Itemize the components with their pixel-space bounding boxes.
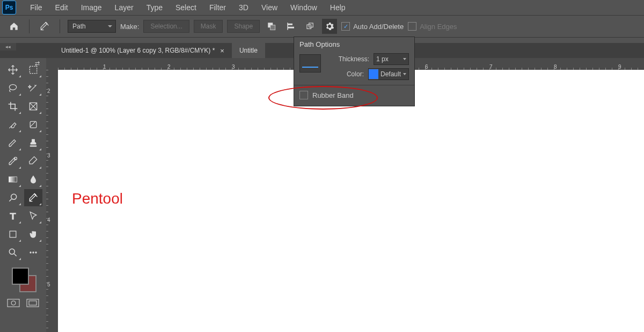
shape-tool[interactable]	[4, 226, 22, 243]
svg-rect-19	[8, 299, 19, 307]
pen-tool[interactable]	[24, 189, 42, 206]
canvas[interactable]: Pentool	[58, 70, 644, 332]
eyedropper-tool[interactable]	[4, 116, 22, 133]
path-alignment-icon[interactable]	[283, 19, 298, 34]
options-bar: Path Make: Selection... Mask Shape Auto …	[0, 15, 644, 38]
path-options-popover: Path Options Thickness: 1 px Color: Defa…	[294, 37, 415, 106]
foreground-color-swatch[interactable]	[12, 268, 29, 285]
hand-tool[interactable]	[24, 226, 42, 243]
svg-point-17	[32, 251, 34, 253]
svg-point-13	[11, 194, 17, 199]
svg-point-15	[9, 249, 14, 254]
svg-rect-10	[30, 121, 36, 128]
thickness-label: Thickness:	[339, 55, 369, 63]
align-edges-label: Align Edges	[420, 23, 457, 31]
rubber-band-label: Rubber Band	[312, 91, 354, 99]
menu-type[interactable]: Type	[140, 0, 169, 15]
vertical-ruler[interactable]: 2 3 4 5	[46, 70, 58, 332]
close-icon[interactable]: ×	[220, 47, 224, 55]
menu-window[interactable]: Window	[284, 0, 324, 15]
svg-rect-3	[288, 27, 294, 28]
history-brush-tool[interactable]	[4, 153, 22, 170]
make-mask-button[interactable]: Mask	[194, 20, 223, 33]
color-label: Color:	[347, 70, 364, 78]
toolbox: ⇄	[0, 58, 47, 332]
magic-wand-tool[interactable]	[24, 80, 42, 97]
svg-point-8	[9, 84, 16, 90]
eraser-tool[interactable]	[24, 153, 42, 170]
document-tab[interactable]: Untitled-1 @ 100% (Layer 6 copy 3, RGB/8…	[54, 43, 232, 58]
checkbox-icon	[299, 91, 308, 99]
svg-rect-22	[29, 301, 36, 305]
tool-mode-dropdown[interactable]: Path	[68, 20, 116, 33]
menu-help[interactable]: Help	[324, 0, 352, 15]
auto-add-delete-label: Auto Add/Delete	[353, 23, 404, 31]
auto-add-delete-checkbox[interactable]: Auto Add/Delete	[341, 22, 404, 31]
svg-rect-12	[9, 177, 17, 182]
popover-title: Path Options	[294, 37, 414, 52]
menu-3d[interactable]: 3D	[232, 0, 255, 15]
svg-point-18	[35, 251, 36, 253]
zoom-tool[interactable]	[4, 244, 22, 261]
separator	[294, 85, 414, 85]
panel-collapse-icon[interactable]: ◂◂	[0, 43, 16, 50]
canvas-annotation-text: Pentool	[72, 190, 123, 207]
menu-bar: Ps File Edit Image Layer Type Select Fil…	[0, 0, 644, 15]
document-tab[interactable]: Untitle	[232, 43, 265, 58]
tab-label: Untitled-1 @ 100% (Layer 6 copy 3, RGB/8…	[61, 47, 215, 54]
svg-rect-4	[287, 23, 288, 30]
move-tool[interactable]	[4, 61, 22, 78]
lasso-tool[interactable]	[4, 80, 22, 97]
gradient-tool[interactable]	[4, 171, 22, 188]
svg-rect-14	[10, 231, 16, 237]
stamp-tool[interactable]	[24, 134, 42, 151]
path-preview-swatch	[299, 54, 321, 73]
align-edges-checkbox[interactable]: Align Edges	[408, 22, 457, 31]
menu-layer[interactable]: Layer	[108, 0, 140, 15]
thickness-field[interactable]: 1 px	[374, 53, 409, 65]
menu-image[interactable]: Image	[75, 0, 108, 15]
make-label: Make:	[120, 23, 139, 31]
menu-select[interactable]: Select	[169, 0, 203, 15]
frame-tool[interactable]	[24, 98, 42, 115]
menu-filter[interactable]: Filter	[203, 0, 232, 15]
svg-rect-1	[270, 25, 275, 30]
screen-mode-icon[interactable]	[26, 298, 40, 308]
rubber-band-checkbox[interactable]: Rubber Band	[294, 89, 414, 102]
swap-reset-icons[interactable]: ⇄	[35, 60, 40, 67]
svg-rect-21	[27, 299, 39, 307]
svg-point-16	[30, 251, 31, 253]
checkbox-icon	[408, 22, 416, 31]
make-selection-button[interactable]: Selection...	[143, 20, 189, 33]
crop-tool[interactable]	[4, 98, 22, 115]
menu-edit[interactable]: Edit	[49, 0, 75, 15]
brush-tool[interactable]	[4, 134, 22, 151]
path-selection-tool[interactable]	[24, 207, 42, 225]
menu-file[interactable]: File	[24, 0, 49, 15]
settings-gear-icon[interactable]	[322, 19, 337, 34]
divider	[60, 19, 60, 33]
path-arrangement-icon[interactable]	[303, 19, 318, 34]
svg-point-20	[11, 301, 16, 305]
app-logo: Ps	[2, 1, 16, 15]
color-field[interactable]: Default	[368, 68, 409, 80]
color-swatches[interactable]	[10, 265, 36, 292]
make-shape-button[interactable]: Shape	[227, 20, 260, 33]
blur-tool[interactable]	[24, 171, 42, 188]
dodge-tool[interactable]	[4, 189, 22, 206]
current-tool-indicator[interactable]	[37, 19, 52, 34]
thickness-value: 1 px	[376, 55, 389, 63]
quick-mask-icon[interactable]	[6, 298, 20, 308]
patch-tool[interactable]	[24, 116, 42, 133]
type-tool[interactable]	[4, 207, 22, 225]
divider	[29, 19, 30, 33]
checkbox-icon	[341, 22, 350, 31]
more-tools[interactable]	[24, 244, 42, 261]
menu-view[interactable]: View	[255, 0, 284, 15]
color-swatch-icon	[369, 69, 378, 79]
home-button[interactable]	[6, 19, 21, 34]
svg-rect-2	[288, 24, 292, 25]
svg-rect-7	[30, 66, 36, 73]
path-operations-icon[interactable]	[264, 19, 279, 34]
tab-label: Untitle	[239, 47, 258, 54]
